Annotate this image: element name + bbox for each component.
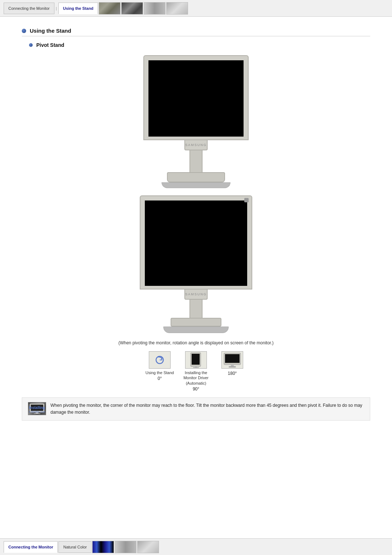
- rotation-diagram: Using the Stand 0° Installing the Monito…: [22, 351, 370, 392]
- svg-rect-3: [192, 354, 200, 365]
- monitor-bezel-bottom-2: SAMSUNG: [184, 289, 208, 300]
- rotation-item-90: Installing the Monitor Driver(Automatic)…: [178, 351, 214, 392]
- bottom-tab-connecting-monitor-label: Connecting the Monitor: [8, 545, 53, 549]
- bottom-nav-thumbnail-3[interactable]: [137, 541, 159, 553]
- svg-rect-13: [34, 413, 40, 414]
- sub-section-title: Pivot Stand: [36, 42, 64, 48]
- main-content: Using the Stand Pivot Stand SAMSUNG: [0, 17, 392, 435]
- corner-marker: [244, 198, 249, 202]
- top-nav-bar: Connecting the Monitor | Using the Stand: [0, 0, 392, 17]
- rotation-thumb-180: [221, 351, 243, 369]
- sub-section-bullet: [29, 43, 33, 47]
- monitor-stand-foot-2: [163, 327, 229, 333]
- rotation-thumb-90: [185, 351, 207, 369]
- tab-connecting-monitor-label: Connecting the Monitor: [8, 6, 50, 11]
- rotation-angle-0: 0°: [158, 376, 162, 381]
- sub-section-header: Pivot Stand: [29, 42, 370, 48]
- monitor-image-2: SAMSUNG: [140, 195, 252, 333]
- rotation-label-90[interactable]: Installing the Monitor Driver(Automatic): [178, 370, 214, 386]
- nav-thumbnail-2[interactable]: [121, 2, 143, 15]
- monitor-screen-1: [148, 60, 244, 137]
- svg-text:the Monitor Driver: the Monitor Driver: [29, 410, 45, 413]
- bottom-nav-bar: Connecting the Monitor Natural Color: [0, 538, 392, 555]
- warning-icon: Installing the Monitor Driver: [28, 402, 46, 415]
- rotation-label-0[interactable]: Using the Stand: [146, 370, 174, 375]
- monitor-bezel-2: [140, 195, 252, 289]
- section-header: Using the Stand: [22, 28, 370, 34]
- bottom-tab-connecting-monitor[interactable]: Connecting the Monitor: [4, 541, 58, 553]
- tab-using-stand-label: Using the Stand: [63, 6, 94, 11]
- monitor-stand-foot-1: [162, 182, 230, 188]
- rotation-item-180: 180°: [214, 351, 250, 376]
- monitor-stand-base-2: [171, 318, 221, 327]
- monitor-image-2-container: SAMSUNG: [22, 195, 370, 333]
- bottom-tab-natural-color[interactable]: Natural Color: [58, 541, 91, 553]
- section-divider: [22, 36, 370, 36]
- section-title: Using the Stand: [30, 28, 71, 34]
- monitor-stand-neck-2: [189, 300, 203, 318]
- warning-box: Installing the Monitor Driver When pivot…: [22, 397, 370, 421]
- bottom-nav-thumbnail-2[interactable]: [115, 541, 136, 553]
- monitor-stand-base-1: [167, 172, 225, 182]
- nav-thumbnail-1[interactable]: [99, 2, 121, 15]
- nav-thumbnail-3[interactable]: [144, 2, 166, 15]
- pivot-caption: (When pivoting the monitor, rotation ang…: [22, 340, 370, 345]
- monitor-image-1: SAMSUNG: [143, 55, 249, 188]
- monitor-image-1-container: SAMSUNG: [22, 55, 370, 188]
- tab-separator: |: [55, 6, 58, 11]
- warning-text: When pivoting the monitor, the corner of…: [50, 402, 364, 416]
- tab-using-stand[interactable]: Using the Stand: [58, 3, 98, 14]
- tab-connecting-monitor[interactable]: Connecting the Monitor: [4, 3, 54, 14]
- svg-rect-5: [193, 367, 199, 368]
- bottom-nav-thumbnail-1[interactable]: [92, 541, 114, 553]
- rotation-item-0: Using the Stand 0°: [142, 351, 178, 381]
- rotation-angle-90: 90°: [193, 386, 199, 392]
- monitor-stand-neck-1: [189, 150, 203, 172]
- bottom-tab-natural-color-label: Natural Color: [63, 545, 87, 549]
- rotation-thumb-0: [149, 351, 171, 369]
- monitor-brand-2: SAMSUNG: [185, 292, 207, 296]
- svg-text:Installing: Installing: [29, 406, 45, 410]
- section-bullet: [22, 29, 26, 33]
- monitor-bezel-1: [143, 55, 249, 140]
- rotation-angle-180: 180°: [228, 371, 237, 376]
- monitor-brand-1: SAMSUNG: [185, 143, 207, 147]
- monitor-screen-2: [145, 200, 247, 286]
- nav-thumbnail-4[interactable]: [166, 2, 188, 15]
- monitor-bezel-bottom-1: SAMSUNG: [184, 140, 208, 150]
- svg-rect-7: [225, 354, 240, 363]
- svg-rect-9: [229, 366, 236, 368]
